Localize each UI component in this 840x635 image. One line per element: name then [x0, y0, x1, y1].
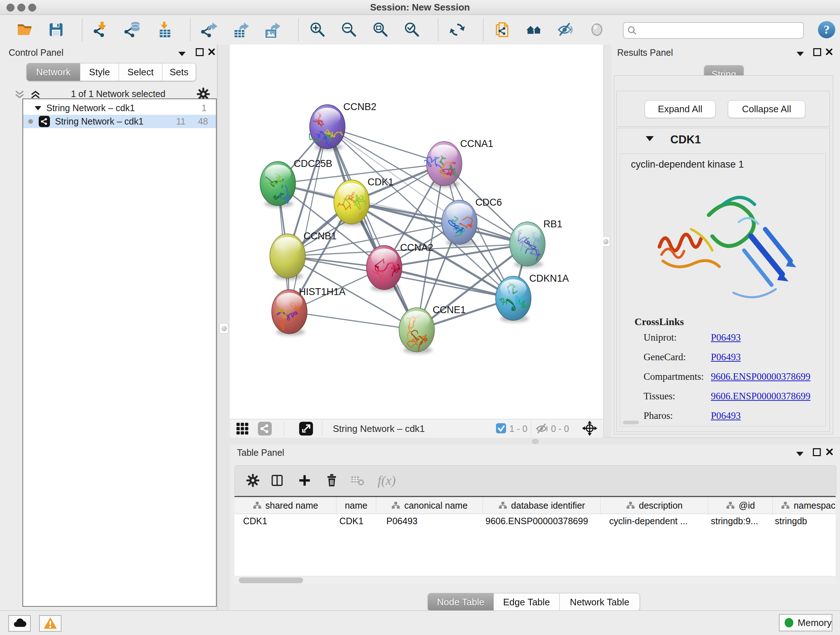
results-hscroll-thumb[interactable]	[623, 421, 639, 424]
first-neighbors-of-selected-nodes-button[interactable]	[524, 20, 543, 39]
import-network-from-database-button[interactable]	[123, 20, 142, 39]
table-cell[interactable]: stringdb	[773, 516, 836, 526]
tab-sets[interactable]: Sets	[163, 63, 196, 81]
maximize-panel-icon[interactable]	[813, 48, 821, 56]
table-splitter[interactable]	[230, 437, 840, 445]
table-cell[interactable]: cyclin-dependent ...	[600, 516, 708, 526]
zoom-fit-content-button[interactable]	[371, 20, 390, 39]
edge-CCNB2-HIST1H1A[interactable]	[289, 127, 327, 312]
float-panel-icon[interactable]	[178, 51, 186, 57]
table-cell[interactable]: P06493	[376, 516, 483, 526]
expand-collapse-bar: Expand All Collapse All	[616, 91, 830, 127]
node-RB1[interactable]: RB1	[510, 219, 562, 268]
node-CCNA2[interactable]: CCNA2	[366, 242, 433, 291]
tab-node-table[interactable]: Node Table	[428, 593, 494, 611]
search-input[interactable]	[639, 24, 800, 36]
open-session-button[interactable]	[15, 20, 34, 39]
help-button[interactable]: ?	[818, 21, 836, 39]
table-cell[interactable]: stringdb:9...	[708, 516, 773, 526]
node-CDKN1A[interactable]: CDKN1A	[496, 273, 569, 322]
import-network-from-file-button[interactable]	[92, 20, 111, 39]
close-panel-icon[interactable]	[208, 48, 215, 57]
left-splitter-handle[interactable]	[219, 323, 228, 333]
warnings-button[interactable]	[39, 615, 62, 632]
network-from-selection-button[interactable]	[493, 20, 512, 39]
show-columns-button[interactable]	[268, 472, 286, 489]
zoom-in-button[interactable]	[308, 20, 327, 39]
zoom-out-button[interactable]	[340, 20, 358, 39]
node-CDK1[interactable]: CDK1	[334, 177, 393, 226]
table-hscrollbar[interactable]	[234, 576, 836, 584]
expand-all-button[interactable]: Expand All	[645, 100, 715, 118]
edge-HIST1H1A-CCNE1[interactable]	[289, 312, 417, 330]
column-header-database-identifier[interactable]: database identifier	[483, 497, 600, 514]
column-header-name[interactable]: name	[336, 497, 376, 514]
maximize-panel-icon[interactable]	[813, 448, 821, 456]
center-view-crosshair-icon[interactable]	[582, 420, 598, 438]
tab-network-table[interactable]: Network Table	[560, 593, 640, 611]
node-CCNB1[interactable]: CCNB1	[270, 231, 337, 280]
table-hscroll-thumb[interactable]	[239, 578, 303, 583]
float-panel-icon[interactable]	[796, 451, 804, 458]
edge-CCNB2-CCNE1[interactable]	[327, 127, 417, 330]
collapse-entry-icon[interactable]	[646, 136, 654, 143]
left-splitter[interactable]	[218, 44, 230, 610]
search-icon	[627, 26, 638, 36]
column-header-description[interactable]: description	[600, 497, 708, 514]
maximize-panel-icon[interactable]	[196, 48, 204, 56]
crosslink-value-link[interactable]: P06493	[711, 332, 741, 343]
crosslink-value-link[interactable]: 9606.ENSP00000378699	[711, 371, 810, 382]
node-CCNE1[interactable]: CCNE1	[399, 304, 466, 354]
column-header-canonical-name[interactable]: canonical name	[376, 497, 483, 514]
show-all-nodes-and-edges-button[interactable]	[587, 20, 606, 39]
column-header-namespace[interactable]: namespace	[773, 497, 836, 514]
collection-expander-icon[interactable]	[35, 106, 41, 111]
crosslinks-heading: CrossLinks	[635, 316, 684, 328]
table-cell[interactable]: CDK1	[336, 516, 376, 526]
selected-checkbox-icon[interactable]	[496, 423, 507, 435]
column-label: @id	[739, 500, 755, 511]
network-overview-icon[interactable]	[257, 421, 272, 437]
column-header--id[interactable]: @id	[708, 497, 773, 514]
table-cell[interactable]: CDK1	[234, 516, 336, 526]
close-panel-icon[interactable]	[826, 48, 833, 57]
delete-columns-button[interactable]	[323, 472, 340, 489]
tab-style[interactable]: Style	[80, 63, 119, 81]
cloud-status-button[interactable]	[8, 615, 31, 632]
network-collection-row[interactable]: String Network – cdk1 1	[23, 101, 216, 115]
collapse-all-button[interactable]: Collapse All	[728, 100, 805, 118]
export-network-button[interactable]	[200, 20, 219, 39]
add-column-button[interactable]	[296, 472, 313, 489]
memory-button[interactable]: Memory	[779, 614, 832, 631]
crosslink-value-link[interactable]: 9606.ENSP00000378699	[711, 391, 810, 402]
network-row-selected[interactable]: String Network – cdk1 11 48	[23, 115, 216, 128]
grid-view-icon[interactable]	[235, 421, 249, 437]
column-header-shared-name[interactable]: shared name	[234, 497, 336, 514]
node-CCNB2[interactable]: CCNB2	[309, 101, 376, 150]
node-HIST1H1A[interactable]: HIST1H1A	[272, 287, 346, 336]
float-panel-icon[interactable]	[797, 51, 804, 57]
edge-CCNB2-CCNA1[interactable]	[327, 127, 444, 164]
table-settings-button[interactable]	[244, 472, 262, 489]
toolbar-separator	[298, 19, 299, 41]
node-CDC25B[interactable]: CDC25B	[260, 158, 332, 207]
right-splitter[interactable]	[603, 44, 612, 437]
table-splitter-handle[interactable]	[532, 439, 538, 444]
export-image-button[interactable]	[263, 20, 282, 39]
hide-selected-button[interactable]	[556, 20, 575, 39]
export-table-button[interactable]	[232, 20, 250, 39]
detach-view-icon[interactable]	[299, 421, 313, 437]
network-canvas[interactable]: CCNB2 CCNA1 CDC25B CDK1 CDC6 R	[230, 44, 603, 419]
tab-select[interactable]: Select	[119, 63, 163, 81]
apply-preferred-layout-button[interactable]	[448, 20, 467, 39]
zoom-selected-region-button[interactable]	[403, 20, 422, 39]
import-table-from-file-button[interactable]	[155, 20, 174, 39]
tab-network[interactable]: Network	[27, 63, 80, 81]
crosslink-value-link[interactable]: P06493	[711, 410, 741, 421]
table-cell[interactable]: 9606.ENSP00000378699	[483, 516, 600, 526]
save-session-button[interactable]	[47, 20, 65, 39]
close-panel-icon[interactable]	[826, 448, 833, 457]
tab-edge-table[interactable]: Edge Table	[494, 593, 560, 611]
node-CCNA1[interactable]: CCNA1	[425, 138, 493, 187]
crosslink-value-link[interactable]: P06493	[711, 352, 741, 363]
